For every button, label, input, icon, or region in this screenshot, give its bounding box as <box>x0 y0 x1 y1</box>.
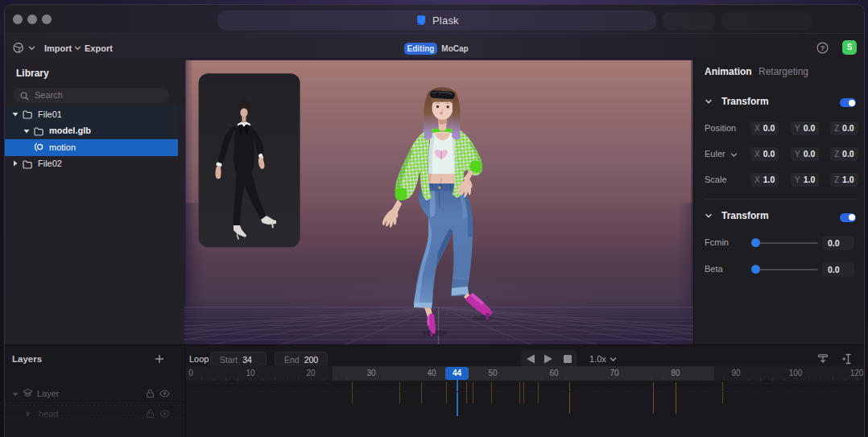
svg-text:?: ? <box>820 44 825 52</box>
